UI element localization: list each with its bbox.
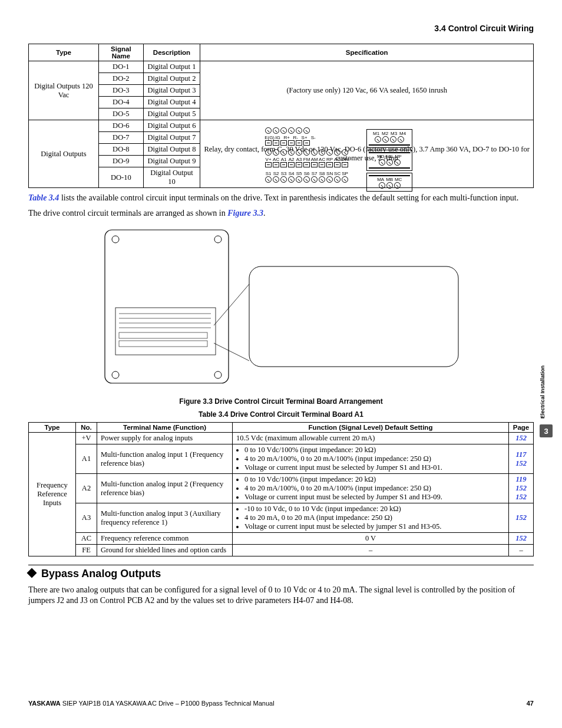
t1-h2: Signal Name	[99, 44, 144, 61]
t2-h3: Terminal Name (Function)	[97, 423, 233, 433]
t1-sig: DO-7	[99, 132, 144, 144]
row2-labels: V+ACA1A2A3FMAMACRPAC24V	[265, 157, 349, 162]
t1-g1-type: Digital Outputs 120 Vac	[29, 61, 99, 120]
t1-g1-spec: (Factory use only) 120 Vac, 66 VA sealed…	[200, 61, 534, 120]
t1-sig: DO-9	[99, 156, 144, 167]
svg-rect-11	[119, 341, 207, 347]
t1-sig: DO-10	[99, 167, 144, 188]
chapter-number-box: 3	[540, 424, 553, 437]
footer-doc-title: SIEP YAIP1B 01A YASKAWA AC Drive – P1000…	[61, 700, 275, 707]
t1-desc: Digital Output 10	[143, 167, 200, 188]
t1-desc: Digital Output 1	[143, 61, 200, 73]
bullet: 4 to 20 mA, 0 to 20 mA (input impedance:…	[244, 513, 505, 522]
t2-func: 10.5 Vdc (maximum allowable current 20 m…	[233, 433, 509, 444]
t2-name: Multi-function analog input 3 (Auxiliary…	[97, 503, 233, 533]
bullet: 4 to 20 mA/100%, 0 to 20 mA/100% (input …	[244, 454, 505, 463]
t1-sig: DO-8	[99, 144, 144, 156]
svg-line-13	[214, 343, 249, 361]
bullet: 4 to 20 mA/100%, 0 to 20 mA/100% (input …	[244, 484, 505, 493]
terminal-board-svg	[99, 225, 464, 390]
t2-no: FE	[76, 545, 97, 556]
side-label: Electrical Installation	[540, 365, 546, 419]
t2-h1: Type	[29, 423, 76, 433]
t1-g2-type: Digital Outputs	[29, 120, 99, 188]
section-paragraph: There are two analog outputs that can be…	[28, 585, 534, 605]
bullet: Voltage or current input must be selecte…	[244, 522, 505, 531]
table-row: A3 Multi-function analog input 3 (Auxili…	[29, 503, 534, 533]
svg-line-12	[214, 284, 249, 325]
bullet: -10 to 10 Vdc, 0 to 10 Vdc (input impeda…	[244, 505, 505, 513]
t2-h2: No.	[76, 423, 97, 433]
svg-point-4	[214, 371, 222, 378]
t2-no: A3	[76, 503, 97, 533]
side-tab: Electrical Installation 3	[540, 365, 556, 437]
relay-terminal-block: M1M2M3M4 MDMEMF MAMBMC	[366, 127, 412, 193]
t1-sig: DO-1	[99, 61, 144, 73]
t1-h1: Type	[29, 44, 99, 61]
svg-point-2	[214, 236, 222, 243]
bullet: Voltage or current input must be selecte…	[244, 463, 505, 472]
table-row: A1 Multi-function analog input 1 (Freque…	[29, 444, 534, 474]
terminal-board-table: Type No. Terminal Name (Function) Functi…	[28, 422, 534, 556]
section-title: Bypass Analog Outputs	[41, 568, 161, 579]
table-row: FE Ground for shielded lines and option …	[29, 545, 534, 556]
t2-func: 0 to 10 Vdc/100% (input impedance: 20 kΩ…	[233, 444, 509, 474]
page-cell: –	[509, 545, 534, 556]
main-terminal-block: E(G)IGR+R-S+S- V+ACA1A2A3FMAMACRPAC24V S…	[265, 127, 349, 184]
t2-name: Multi-function analog input 2 (Frequency…	[97, 474, 233, 503]
footer-brand: YASKAWA	[28, 700, 61, 707]
para2-post: .	[263, 209, 266, 218]
table-row: AC Frequency reference common 0 V 152	[29, 533, 534, 545]
svg-point-3	[112, 371, 119, 378]
t2-name: Power supply for analog inputs	[97, 433, 233, 444]
svg-rect-5	[115, 308, 216, 355]
table-3-4-caption: Table 3.4 Drive Control Circuit Terminal…	[28, 410, 534, 419]
table-3-4-link[interactable]: Table 3.4	[28, 193, 59, 202]
t1-desc: Digital Output 2	[143, 73, 200, 85]
t2-no: A1	[76, 444, 97, 474]
table-row: A2 Multi-function analog input 2 (Freque…	[29, 474, 534, 503]
t2-no: +V	[76, 433, 97, 444]
t2-func: -10 to 10 Vdc, 0 to 10 Vdc (input impeda…	[233, 503, 509, 533]
t2-no: AC	[76, 533, 97, 545]
t2-func: 0 V	[233, 533, 509, 545]
page-footer: YASKAWA SIEP YAIP1B 01A YASKAWA AC Drive…	[28, 700, 534, 707]
row1-labels: E(G)IGR+R-S+S-	[265, 135, 349, 140]
t1-desc: Digital Output 3	[143, 85, 200, 97]
t1-sig: DO-4	[99, 97, 144, 108]
figure-3-3-caption: Figure 3.3 Drive Control Circuit Termina…	[28, 397, 534, 406]
para2-pre: The drive control circuit terminals are …	[28, 209, 227, 218]
t2-type: Frequency Reference Inputs	[29, 433, 76, 556]
table-row: Digital Outputs 120 Vac DO-1 Digital Out…	[29, 61, 534, 73]
page-link[interactable]: 152	[509, 433, 534, 444]
t2-h5: Page	[509, 423, 534, 433]
bullet: Voltage or current input must be selecte…	[244, 493, 505, 502]
bullet: 0 to 10 Vdc/100% (input impedance: 20 kΩ…	[244, 446, 505, 454]
t2-func: 0 to 10 Vdc/100% (input impedance: 20 kΩ…	[233, 474, 509, 503]
t1-sig: DO-6	[99, 120, 144, 132]
page-link[interactable]: 119152152	[509, 474, 534, 503]
t1-desc: Digital Output 8	[143, 144, 200, 156]
section-bypass-analog-outputs: Bypass Analog Outputs	[28, 565, 534, 580]
t2-no: A2	[76, 474, 97, 503]
page-link[interactable]: 152	[509, 533, 534, 545]
svg-rect-10	[119, 332, 207, 338]
t2-name: Ground for shielded lines and option car…	[97, 545, 233, 556]
t2-h4: Function (Signal Level) Default Setting	[233, 423, 509, 433]
page-link[interactable]: 152	[509, 503, 534, 533]
t1-h3: Description	[143, 44, 200, 61]
t1-desc: Digital Output 6	[143, 120, 200, 132]
footer-left: YASKAWA SIEP YAIP1B 01A YASKAWA AC Drive…	[28, 700, 275, 707]
t2-name: Frequency reference common	[97, 533, 233, 545]
t2-func: –	[233, 545, 509, 556]
t1-desc: Digital Output 4	[143, 97, 200, 108]
page-link[interactable]: 117152	[509, 444, 534, 474]
figure-3-3-link[interactable]: Figure 3.3	[227, 209, 263, 218]
figure-3-3: E(G)IGR+R-S+S- V+ACA1A2A3FMAMACRPAC24V S…	[28, 225, 534, 393]
row3-labels: S1S2S3S4S5S6S7S8SNSCSP	[265, 171, 349, 176]
t1-desc: Digital Output 7	[143, 132, 200, 144]
page-number: 47	[527, 700, 534, 707]
t1-h4: Specification	[200, 44, 534, 61]
bullet: 0 to 10 Vdc/100% (input impedance: 20 kΩ…	[244, 475, 505, 484]
t1-sig: DO-5	[99, 108, 144, 120]
